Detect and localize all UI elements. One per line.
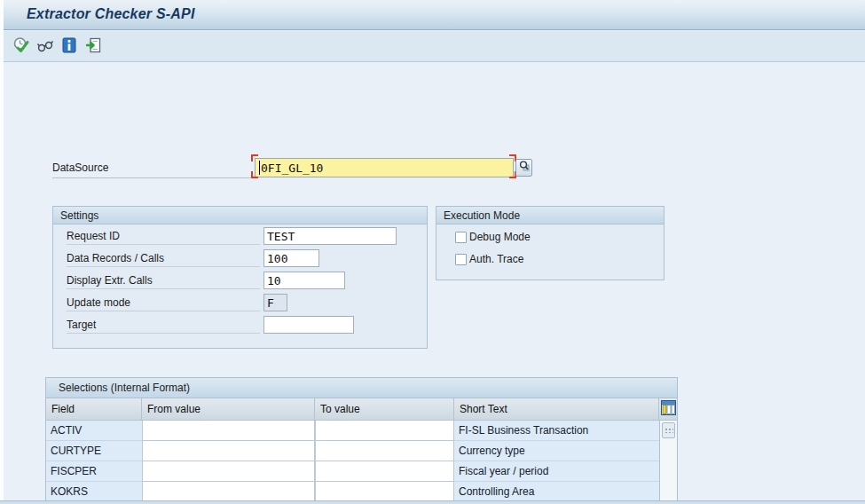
grip-dots-icon bbox=[664, 428, 673, 433]
column-header-field[interactable]: Field bbox=[46, 398, 142, 421]
execution-mode-groupbox: Execution Mode Debug Mode Auth. Trace bbox=[436, 206, 664, 280]
display-extr-calls-label: Display Extr. Calls bbox=[67, 274, 260, 289]
info-icon bbox=[60, 36, 78, 58]
application-toolbar bbox=[4, 31, 865, 62]
debug-mode-checkbox[interactable] bbox=[455, 232, 467, 243]
cell-to-value[interactable] bbox=[315, 461, 454, 482]
display-extr-calls-input[interactable] bbox=[263, 272, 345, 289]
table-row: CURTYPE Currency type bbox=[46, 441, 659, 461]
datasource-value-help-button[interactable] bbox=[515, 159, 532, 177]
cell-field[interactable]: ACTIV bbox=[46, 421, 142, 441]
window-bottom-edge bbox=[0, 500, 865, 504]
cell-from-value[interactable] bbox=[142, 461, 315, 482]
table-row: KOKRS Controlling Area bbox=[46, 482, 659, 502]
column-header-from-value[interactable]: From value bbox=[142, 398, 315, 421]
update-mode-input[interactable] bbox=[263, 294, 287, 311]
auth-trace-label: Auth. Trace bbox=[469, 253, 523, 265]
exit-button[interactable] bbox=[83, 37, 103, 57]
cell-field[interactable]: KOKRS bbox=[46, 482, 142, 502]
table-settings-icon bbox=[661, 400, 676, 418]
table-header-row: Field From value To value Short Text bbox=[46, 398, 677, 421]
page-title: Extractor Checker S-API bbox=[27, 6, 195, 22]
vertical-scrollbar[interactable] bbox=[659, 421, 677, 504]
cell-short-text[interactable]: Fiscal year / period bbox=[454, 461, 659, 482]
settings-groupbox: Settings Request ID Data Records / Calls… bbox=[52, 206, 428, 349]
cell-from-value[interactable] bbox=[142, 482, 315, 502]
debug-mode-checkbox-row[interactable]: Debug Mode bbox=[455, 230, 531, 244]
selections-groupbox: Selections (Internal Format) Field From … bbox=[45, 377, 678, 504]
target-label: Target bbox=[67, 319, 260, 334]
table-configuration-button[interactable] bbox=[659, 398, 677, 421]
cell-short-text[interactable]: Controlling Area bbox=[454, 482, 659, 502]
focus-bracket bbox=[251, 154, 258, 161]
display-glasses-icon bbox=[36, 36, 54, 58]
datasource-input[interactable] bbox=[255, 158, 514, 177]
cell-to-value[interactable] bbox=[315, 421, 454, 441]
table-row: ACTIV FI-SL Business Transaction bbox=[46, 421, 659, 441]
execute-icon bbox=[12, 36, 30, 58]
cell-field[interactable]: FISCPER bbox=[46, 461, 142, 482]
debug-mode-label: Debug Mode bbox=[469, 231, 531, 243]
target-input[interactable] bbox=[263, 316, 354, 334]
auth-trace-checkbox[interactable] bbox=[455, 254, 467, 265]
display-extraction-button[interactable] bbox=[35, 37, 55, 57]
column-header-to-value[interactable]: To value bbox=[315, 398, 454, 421]
screen-body: DataSource Settings Request ID bbox=[4, 63, 865, 500]
selections-title: Selections (Internal Format) bbox=[46, 378, 677, 398]
exit-icon bbox=[84, 36, 102, 58]
datasource-label: DataSource bbox=[52, 161, 108, 174]
sap-window: Extractor Checker S-API bbox=[0, 0, 865, 504]
cell-short-text[interactable]: FI-SL Business Transaction bbox=[454, 421, 659, 441]
settings-title: Settings bbox=[53, 207, 427, 224]
cell-field[interactable]: CURTYPE bbox=[46, 441, 142, 461]
cell-to-value[interactable] bbox=[315, 441, 454, 461]
focus-bracket bbox=[251, 171, 258, 178]
execution-mode-title: Execution Mode bbox=[436, 207, 664, 224]
cell-from-value[interactable] bbox=[142, 421, 315, 441]
update-mode-label: Update mode bbox=[67, 296, 260, 311]
request-id-input[interactable] bbox=[263, 227, 397, 245]
data-records-calls-input[interactable] bbox=[263, 249, 319, 267]
auth-trace-checkbox-row[interactable]: Auth. Trace bbox=[455, 252, 523, 266]
datasource-underline bbox=[52, 177, 255, 178]
request-id-label: Request ID bbox=[67, 230, 260, 245]
text-cursor bbox=[259, 161, 260, 175]
execute-button[interactable] bbox=[12, 37, 31, 57]
title-bar: Extractor Checker S-API bbox=[4, 0, 865, 30]
table-row: FISCPER Fiscal year / period bbox=[46, 461, 659, 482]
cell-from-value[interactable] bbox=[142, 441, 315, 461]
search-icon bbox=[518, 160, 531, 176]
data-records-calls-label: Data Records / Calls bbox=[67, 252, 260, 267]
vertical-scrollbar-thumb[interactable] bbox=[662, 422, 675, 438]
info-button[interactable] bbox=[59, 37, 79, 57]
cell-to-value[interactable] bbox=[315, 482, 454, 502]
cell-short-text[interactable]: Currency type bbox=[454, 441, 659, 461]
column-header-short-text[interactable]: Short Text bbox=[454, 398, 659, 421]
